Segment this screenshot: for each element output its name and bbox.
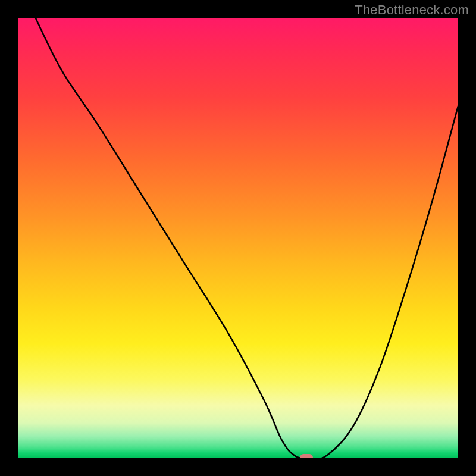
plot-area bbox=[18, 18, 458, 458]
chart-frame: TheBottleneck.com bbox=[0, 0, 476, 476]
watermark-text: TheBottleneck.com bbox=[355, 2, 469, 18]
optimum-marker bbox=[300, 454, 313, 458]
bottleneck-curve bbox=[18, 18, 458, 458]
